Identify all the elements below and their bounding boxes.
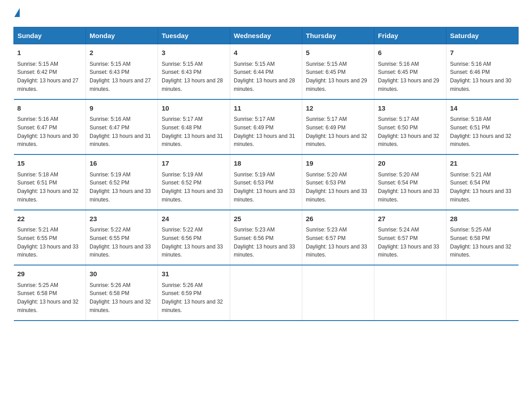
day-number: 18 xyxy=(234,158,298,169)
day-info: Sunrise: 5:19 AMSunset: 6:52 PMDaylight:… xyxy=(90,171,151,203)
logo xyxy=(13,9,20,18)
day-number: 13 xyxy=(378,103,442,114)
calendar-day-cell: 2Sunrise: 5:15 AMSunset: 6:43 PMDaylight… xyxy=(86,44,158,99)
weekday-header: Saturday xyxy=(446,27,519,44)
calendar-day-cell: 7Sunrise: 5:16 AMSunset: 6:46 PMDaylight… xyxy=(446,44,519,99)
day-info: Sunrise: 5:16 AMSunset: 6:46 PMDaylight:… xyxy=(450,61,511,92)
logo-triangle-icon xyxy=(14,8,20,17)
calendar-day-cell: 13Sunrise: 5:17 AMSunset: 6:50 PMDayligh… xyxy=(374,99,446,155)
weekday-header-row: SundayMondayTuesdayWednesdayThursdayFrid… xyxy=(14,27,519,44)
calendar-day-cell: 28Sunrise: 5:25 AMSunset: 6:58 PMDayligh… xyxy=(446,210,519,265)
calendar-day-cell: 5Sunrise: 5:15 AMSunset: 6:45 PMDaylight… xyxy=(302,44,374,99)
calendar-day-cell: 1Sunrise: 5:15 AMSunset: 6:42 PMDaylight… xyxy=(14,44,86,99)
day-info: Sunrise: 5:19 AMSunset: 6:53 PMDaylight:… xyxy=(234,171,295,203)
day-info: Sunrise: 5:25 AMSunset: 6:58 PMDaylight:… xyxy=(450,227,511,258)
calendar-day-cell: 20Sunrise: 5:20 AMSunset: 6:54 PMDayligh… xyxy=(374,154,446,210)
calendar-day-cell: 16Sunrise: 5:19 AMSunset: 6:52 PMDayligh… xyxy=(86,154,158,210)
calendar-table: SundayMondayTuesdayWednesdayThursdayFrid… xyxy=(13,27,519,321)
calendar-week-row: 22Sunrise: 5:21 AMSunset: 6:55 PMDayligh… xyxy=(14,210,519,265)
calendar-week-row: 15Sunrise: 5:18 AMSunset: 6:51 PMDayligh… xyxy=(14,154,519,210)
calendar-day-cell: 22Sunrise: 5:21 AMSunset: 6:55 PMDayligh… xyxy=(14,210,86,265)
calendar-day-cell: 4Sunrise: 5:15 AMSunset: 6:44 PMDaylight… xyxy=(230,44,302,99)
day-number: 7 xyxy=(450,48,515,58)
day-info: Sunrise: 5:15 AMSunset: 6:43 PMDaylight:… xyxy=(162,61,223,92)
day-info: Sunrise: 5:16 AMSunset: 6:47 PMDaylight:… xyxy=(90,116,151,147)
weekday-header: Friday xyxy=(374,27,446,44)
page-header xyxy=(13,9,519,18)
day-info: Sunrise: 5:18 AMSunset: 6:51 PMDaylight:… xyxy=(450,116,511,147)
day-info: Sunrise: 5:20 AMSunset: 6:53 PMDaylight:… xyxy=(306,171,367,203)
day-info: Sunrise: 5:17 AMSunset: 6:49 PMDaylight:… xyxy=(234,116,295,147)
day-info: Sunrise: 5:21 AMSunset: 6:55 PMDaylight:… xyxy=(17,227,79,258)
calendar-day-cell: 10Sunrise: 5:17 AMSunset: 6:48 PMDayligh… xyxy=(158,99,230,155)
calendar-day-cell: 26Sunrise: 5:23 AMSunset: 6:57 PMDayligh… xyxy=(302,210,374,265)
day-info: Sunrise: 5:15 AMSunset: 6:43 PMDaylight:… xyxy=(90,61,151,92)
day-number: 20 xyxy=(378,158,442,169)
day-number: 10 xyxy=(162,103,226,114)
calendar-day-cell: 12Sunrise: 5:17 AMSunset: 6:49 PMDayligh… xyxy=(302,99,374,155)
day-number: 12 xyxy=(306,103,370,114)
day-info: Sunrise: 5:17 AMSunset: 6:48 PMDaylight:… xyxy=(162,116,223,147)
day-number: 1 xyxy=(17,48,82,58)
day-number: 8 xyxy=(17,103,82,114)
calendar-day-cell: 15Sunrise: 5:18 AMSunset: 6:51 PMDayligh… xyxy=(14,154,86,210)
day-info: Sunrise: 5:22 AMSunset: 6:55 PMDaylight:… xyxy=(90,227,151,258)
calendar-day-cell: 27Sunrise: 5:24 AMSunset: 6:57 PMDayligh… xyxy=(374,210,446,265)
weekday-header: Monday xyxy=(86,27,158,44)
day-info: Sunrise: 5:15 AMSunset: 6:44 PMDaylight:… xyxy=(234,61,295,92)
calendar-day-cell: 18Sunrise: 5:19 AMSunset: 6:53 PMDayligh… xyxy=(230,154,302,210)
day-info: Sunrise: 5:15 AMSunset: 6:45 PMDaylight:… xyxy=(306,61,367,92)
calendar-day-cell: 6Sunrise: 5:16 AMSunset: 6:45 PMDaylight… xyxy=(374,44,446,99)
calendar-day-cell xyxy=(302,265,374,321)
day-number: 14 xyxy=(450,103,515,114)
calendar-week-row: 1Sunrise: 5:15 AMSunset: 6:42 PMDaylight… xyxy=(14,44,519,99)
calendar-day-cell: 25Sunrise: 5:23 AMSunset: 6:56 PMDayligh… xyxy=(230,210,302,265)
day-info: Sunrise: 5:22 AMSunset: 6:56 PMDaylight:… xyxy=(162,227,223,258)
day-info: Sunrise: 5:20 AMSunset: 6:54 PMDaylight:… xyxy=(378,171,439,203)
calendar-day-cell: 31Sunrise: 5:26 AMSunset: 6:59 PMDayligh… xyxy=(158,265,230,321)
day-number: 27 xyxy=(378,214,442,224)
weekday-header: Tuesday xyxy=(158,27,230,44)
day-number: 11 xyxy=(234,103,298,114)
day-info: Sunrise: 5:16 AMSunset: 6:47 PMDaylight:… xyxy=(17,116,79,147)
day-info: Sunrise: 5:23 AMSunset: 6:56 PMDaylight:… xyxy=(234,227,295,258)
calendar-day-cell: 24Sunrise: 5:22 AMSunset: 6:56 PMDayligh… xyxy=(158,210,230,265)
calendar-day-cell: 8Sunrise: 5:16 AMSunset: 6:47 PMDaylight… xyxy=(14,99,86,155)
calendar-day-cell: 19Sunrise: 5:20 AMSunset: 6:53 PMDayligh… xyxy=(302,154,374,210)
day-info: Sunrise: 5:23 AMSunset: 6:57 PMDaylight:… xyxy=(306,227,367,258)
day-info: Sunrise: 5:17 AMSunset: 6:49 PMDaylight:… xyxy=(306,116,367,147)
day-info: Sunrise: 5:26 AMSunset: 6:58 PMDaylight:… xyxy=(90,282,151,313)
day-number: 6 xyxy=(378,48,442,58)
day-number: 23 xyxy=(90,214,154,224)
day-number: 31 xyxy=(162,269,226,279)
day-number: 4 xyxy=(234,48,298,58)
day-info: Sunrise: 5:18 AMSunset: 6:51 PMDaylight:… xyxy=(17,171,79,203)
calendar-day-cell: 11Sunrise: 5:17 AMSunset: 6:49 PMDayligh… xyxy=(230,99,302,155)
day-number: 26 xyxy=(306,214,370,224)
day-number: 16 xyxy=(90,158,154,169)
day-info: Sunrise: 5:19 AMSunset: 6:52 PMDaylight:… xyxy=(162,171,223,203)
calendar-day-cell xyxy=(446,265,519,321)
calendar-day-cell xyxy=(374,265,446,321)
weekday-header: Wednesday xyxy=(230,27,302,44)
day-info: Sunrise: 5:15 AMSunset: 6:42 PMDaylight:… xyxy=(17,61,79,92)
day-info: Sunrise: 5:16 AMSunset: 6:45 PMDaylight:… xyxy=(378,61,439,92)
calendar-day-cell: 30Sunrise: 5:26 AMSunset: 6:58 PMDayligh… xyxy=(86,265,158,321)
calendar-day-cell: 9Sunrise: 5:16 AMSunset: 6:47 PMDaylight… xyxy=(86,99,158,155)
day-number: 29 xyxy=(17,269,82,279)
day-number: 21 xyxy=(450,158,515,169)
weekday-header: Thursday xyxy=(302,27,374,44)
day-number: 17 xyxy=(162,158,226,169)
day-number: 30 xyxy=(90,269,154,279)
calendar-day-cell: 29Sunrise: 5:25 AMSunset: 6:58 PMDayligh… xyxy=(14,265,86,321)
day-info: Sunrise: 5:24 AMSunset: 6:57 PMDaylight:… xyxy=(378,227,439,258)
calendar-week-row: 8Sunrise: 5:16 AMSunset: 6:47 PMDaylight… xyxy=(14,99,519,155)
weekday-header: Sunday xyxy=(14,27,86,44)
day-info: Sunrise: 5:21 AMSunset: 6:54 PMDaylight:… xyxy=(450,171,511,203)
day-number: 25 xyxy=(234,214,298,224)
calendar-day-cell: 21Sunrise: 5:21 AMSunset: 6:54 PMDayligh… xyxy=(446,154,519,210)
day-number: 19 xyxy=(306,158,370,169)
calendar-day-cell xyxy=(230,265,302,321)
calendar-day-cell: 3Sunrise: 5:15 AMSunset: 6:43 PMDaylight… xyxy=(158,44,230,99)
day-info: Sunrise: 5:25 AMSunset: 6:58 PMDaylight:… xyxy=(17,282,79,313)
